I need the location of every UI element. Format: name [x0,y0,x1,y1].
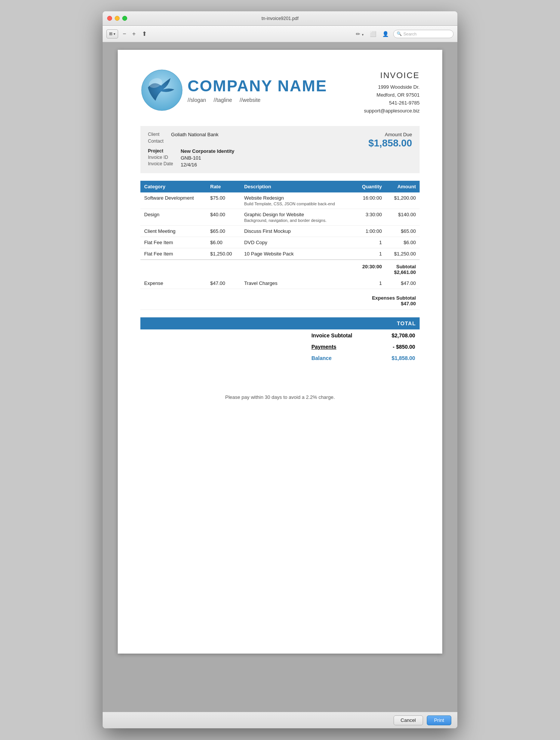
cancel-button[interactable]: Cancel [394,715,423,725]
share-button[interactable]: ⬆ [140,29,148,38]
bottom-bar: Cancel Print [103,712,457,728]
invoice-address: INVOICE 1999 Woodside Dr. Medford, OR 97… [364,69,420,115]
project-row: Project Invoice ID Invoice Date New Corp… [148,148,234,168]
invoice-subtotal-label: Invoice Subtotal [308,330,375,341]
client-left: Client Contact Goliath National Bank [148,132,234,168]
row1-description: Website Redesign Build Template, CSS, JS… [240,192,354,209]
client-section: Client Contact Goliath National Bank [140,126,420,173]
company-website: //website [240,97,260,103]
company-tagline: //tagline [214,97,232,103]
balance-value: $1,858.00 [375,353,419,363]
company-name-area: COMPANY NAME //slogan //tagline //websit… [188,78,327,103]
row3-amount: $65.00 [386,226,420,237]
row5-rate: $1,250.00 [206,248,240,260]
payments-label: Payments [308,342,375,352]
search-placeholder: Search [403,32,417,36]
project-values: New Corporate Identity GNB-101 12/4/16 [181,148,234,168]
total-header-bar: TOTAL [140,317,420,329]
amount-due-area: Amount Due $1,858.00 [368,132,412,149]
totals-table: Invoice Subtotal $2,708.00 Payments - $8… [140,329,420,364]
table-row: Expense $47.00 Travel Charges 1 $47.00 [140,278,420,289]
annotate-button[interactable]: ✏ ▾ [354,30,365,38]
table-body: Software Development $75.00 Website Rede… [140,192,420,310]
balance-label: Balance [308,353,375,363]
table-row: Client Meeting $65.00 Discuss First Mock… [140,226,420,237]
col-rate: Rate [206,181,240,192]
zoom-out-button[interactable]: − [121,30,128,38]
search-box[interactable]: 🔍 Search [393,30,454,38]
subtotal-cell: Subtotal $2,661.00 [386,260,420,278]
row5-amount: $1,250.00 [386,248,420,260]
exp-sub-spacer [140,289,354,310]
row4-description: DVD Copy [240,237,354,248]
row5-category: Flat Fee Item [140,248,206,260]
company-logo [140,69,184,112]
subtotal-quantity: 20:30:00 [354,260,386,278]
project-labels: Project Invoice ID Invoice Date [148,148,173,168]
zoom-in-button[interactable]: + [131,30,137,38]
subtotal-row: 20:30:00 Subtotal $2,661.00 [140,260,420,278]
row1-category: Software Development [140,192,206,209]
toolbar: ⊞ ▾ − + ⬆ ✏ ▾ ⬜ 👤 🔍 Search [103,26,457,42]
invoice-subtotal-value: $2,708.00 [375,330,419,341]
row5-description: 10 Page Website Pack [240,248,354,260]
view-chevron: ▾ [114,32,115,36]
view-button[interactable]: ⊞ ▾ [106,29,118,38]
exp-category: Expense [140,278,206,289]
footer-text: Please pay within 30 days to avoid a 2.2… [225,394,335,400]
address-email: support@applesource.biz [364,107,420,115]
payments-row: Payments - $850.00 [141,342,419,352]
invoice-subtotal-row: Invoice Subtotal $2,708.00 [141,330,419,341]
company-slogan: //slogan [188,97,206,103]
table-header: Category Rate Description Quantity Amoun… [140,181,420,192]
subtotal-value: $2,661.00 [389,269,416,275]
titlebar: tn-invoice9201.pdf [103,11,457,26]
client-value-block: Goliath National Bank [171,132,218,144]
col-category: Category [140,181,206,192]
print-button[interactable]: Print [427,715,451,725]
exp-quantity: 1 [354,278,386,289]
client-info-block: Client Contact Goliath National Bank [148,132,218,144]
traffic-lights [107,16,127,21]
contact-button[interactable]: 👤 [381,30,390,38]
fullscreen-button[interactable] [122,16,127,21]
expenses-subtotal-value: $47.00 [358,301,416,306]
sidebar-toggle-button[interactable]: ⬜ [368,30,378,38]
company-taglines: //slogan //tagline //website [188,97,327,103]
logo-container: COMPANY NAME //slogan //tagline //websit… [140,69,327,112]
row3-rate: $65.00 [206,226,240,237]
invoice-header: COMPANY NAME //slogan //tagline //websit… [140,69,420,115]
minimize-button[interactable] [115,16,120,21]
exp-description: Travel Charges [240,278,354,289]
table-row: Design $40.00 Graphic Design for Website… [140,209,420,226]
row2-rate: $40.00 [206,209,240,226]
amount-due-value: $1,858.00 [368,137,412,149]
contact-icon: 👤 [382,31,389,37]
subtotal-label: Subtotal [389,264,416,269]
row1-rate: $75.00 [206,192,240,209]
close-button[interactable] [107,16,112,21]
col-quantity: Quantity [354,181,386,192]
exp-sub-cell: Expenses Subtotal $47.00 [354,289,420,310]
row5-quantity: 1 [354,248,386,260]
pen-icon: ✏ [356,31,360,37]
row1-desc-sub: Build Template, CSS, JSON compatible bac… [244,202,350,206]
table-row: Software Development $75.00 Website Rede… [140,192,420,209]
row2-desc-sub: Background, navigation, and border desig… [244,218,350,223]
project-info-block: Project Invoice ID Invoice Date New Corp… [148,148,234,168]
row4-quantity: 1 [354,237,386,248]
search-icon: 🔍 [397,31,402,36]
invoice-table: Category Rate Description Quantity Amoun… [140,181,420,310]
share-icon: ⬆ [142,31,147,37]
exp-amount: $47.00 [386,278,420,289]
company-name: COMPANY NAME [188,78,327,94]
invoice-footer: Please pay within 30 days to avoid a 2.2… [140,394,420,400]
balance-row: Balance $1,858.00 [141,353,419,363]
zoom-out-icon: − [123,31,126,37]
pdf-area: COMPANY NAME //slogan //tagline //websit… [103,42,457,712]
expenses-subtotal-label: Expenses Subtotal [358,295,416,301]
row1-quantity: 16:00:00 [354,192,386,209]
pen-chevron: ▾ [362,33,364,37]
total-header-label: TOTAL [397,320,416,326]
row4-rate: $6.00 [206,237,240,248]
